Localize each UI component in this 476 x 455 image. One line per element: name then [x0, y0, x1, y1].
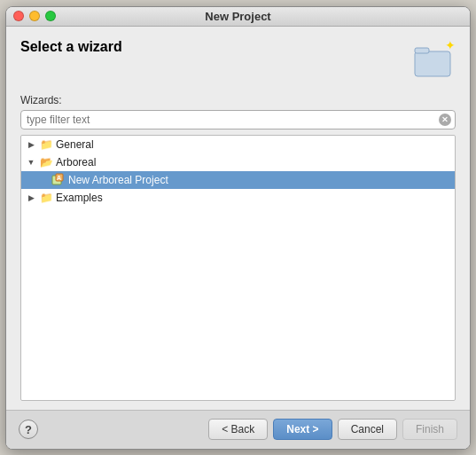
traffic-lights: [13, 11, 56, 21]
tree-item-examples[interactable]: 📁 Examples: [21, 189, 455, 207]
filter-input[interactable]: [20, 110, 456, 129]
tree-item-label-new-arboreal-project: New Arboreal Project: [68, 174, 168, 186]
tree-item-label-general: General: [56, 138, 94, 151]
maximize-button[interactable]: [45, 11, 56, 21]
page-title: Select a wizard: [20, 39, 122, 55]
wizards-label: Wizards:: [20, 94, 456, 106]
new-project-dialog: New Project Select a wizard ✦ Wizards:: [5, 6, 471, 450]
help-button[interactable]: ?: [19, 420, 38, 439]
expand-arrow-general[interactable]: [25, 138, 37, 151]
finish-button[interactable]: Finish: [402, 419, 457, 440]
wizard-icon: ✦: [413, 39, 456, 82]
cancel-button[interactable]: Cancel: [338, 419, 397, 440]
wizard-tree[interactable]: 📁 General 📂 Arboreal A New: [20, 135, 456, 401]
filter-input-wrapper: ✕: [20, 110, 456, 129]
content-area: Select a wizard ✦ Wizards: ✕: [6, 27, 470, 410]
minimize-button[interactable]: [29, 11, 40, 21]
svg-rect-1: [415, 48, 429, 53]
tree-item-general[interactable]: 📁 General: [21, 136, 455, 153]
header-row: Select a wizard ✦: [20, 39, 456, 82]
clear-filter-icon[interactable]: ✕: [439, 114, 451, 126]
next-button[interactable]: Next >: [273, 419, 332, 440]
tree-item-label-examples: Examples: [56, 192, 103, 204]
folder-icon-arboreal: 📂: [39, 155, 53, 169]
tree-item-arboreal[interactable]: 📂 Arboreal: [21, 153, 455, 171]
svg-rect-0: [415, 51, 450, 76]
title-bar: New Project: [6, 7, 470, 27]
expand-arrow-arboreal[interactable]: [25, 156, 37, 169]
svg-text:✦: ✦: [445, 41, 456, 52]
tree-item-label-arboreal: Arboreal: [56, 156, 96, 169]
window-title: New Project: [205, 10, 270, 23]
folder-icon-examples: 📁: [39, 191, 53, 205]
close-button[interactable]: [13, 11, 24, 21]
folder-icon-general: 📁: [39, 137, 53, 152]
svg-text:A: A: [57, 175, 61, 181]
button-bar: ? < Back Next > Cancel Finish: [6, 410, 470, 449]
project-icon-new-arboreal: A: [51, 173, 66, 187]
expand-arrow-examples[interactable]: [25, 192, 37, 204]
tree-item-new-arboreal-project[interactable]: A New Arboreal Project: [21, 171, 455, 189]
back-button[interactable]: < Back: [208, 419, 268, 440]
